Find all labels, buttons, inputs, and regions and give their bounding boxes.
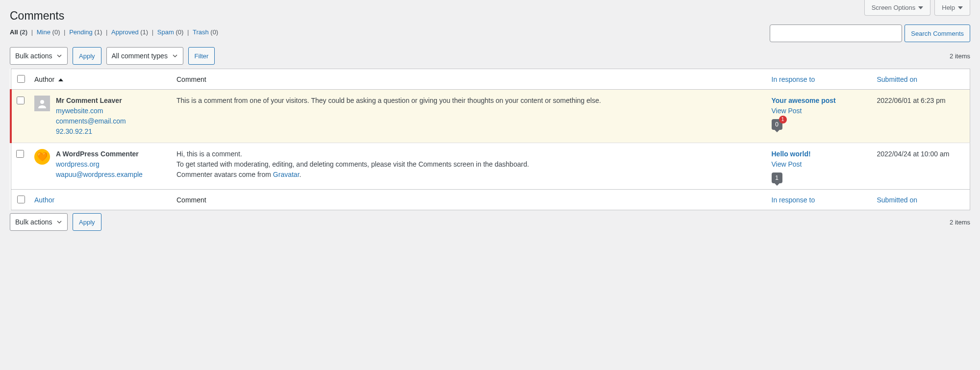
search-input[interactable] bbox=[770, 25, 902, 42]
filter-spam[interactable]: Spam (0) bbox=[157, 28, 183, 36]
comment-row: Mr Comment Leaver mywebsite.com comments… bbox=[11, 90, 970, 143]
response-post-link[interactable]: Hello world! bbox=[772, 149, 867, 159]
row-checkbox[interactable] bbox=[17, 97, 25, 104]
avatar-default-icon bbox=[34, 96, 50, 111]
filter-all[interactable]: All (2) bbox=[10, 28, 27, 36]
comment-row: 🧡 A WordPress Commenter wordpress.org wa… bbox=[11, 143, 970, 190]
comment-body: Hi, this is a comment. To get started wi… bbox=[172, 143, 767, 190]
select-all-checkbox[interactable] bbox=[17, 75, 25, 83]
author-url[interactable]: mywebsite.com bbox=[56, 106, 126, 116]
svg-point-0 bbox=[40, 100, 44, 104]
select-all-checkbox-bottom[interactable] bbox=[17, 196, 25, 203]
bulk-apply-button[interactable]: Apply bbox=[73, 47, 101, 65]
filter-mine[interactable]: Mine (0) bbox=[37, 28, 60, 36]
view-post-link[interactable]: View Post bbox=[772, 159, 867, 170]
submitted-date: 2022/04/24 at 10:00 am bbox=[872, 143, 970, 190]
row-checkbox[interactable] bbox=[16, 150, 24, 158]
column-date-footer[interactable]: Submitted on bbox=[872, 190, 970, 210]
sort-asc-icon bbox=[58, 78, 63, 81]
help-button[interactable]: Help bbox=[934, 0, 970, 16]
page-title: Comments bbox=[10, 5, 970, 25]
author-url[interactable]: wordpress.org bbox=[56, 159, 143, 170]
author-name: Mr Comment Leaver bbox=[56, 96, 126, 106]
bulk-actions-select[interactable]: Bulk actions bbox=[10, 47, 68, 65]
column-comment: Comment bbox=[172, 69, 767, 90]
caret-down-icon bbox=[918, 6, 923, 9]
filter-trash[interactable]: Trash (0) bbox=[193, 28, 218, 36]
author-ip[interactable]: 92.30.92.21 bbox=[56, 126, 126, 137]
column-author-footer[interactable]: Author bbox=[29, 190, 172, 210]
bulk-actions-select-bottom[interactable]: Bulk actions bbox=[10, 213, 68, 231]
filter-pending[interactable]: Pending (1) bbox=[69, 28, 102, 36]
submitted-date: 2022/06/01 at 6:23 pm bbox=[872, 90, 970, 143]
status-filter-tabs: All (2) | Mine (0) | Pending (1) | Appro… bbox=[10, 28, 218, 36]
column-date[interactable]: Submitted on bbox=[872, 69, 970, 90]
screen-options-label: Screen Options bbox=[872, 4, 916, 11]
comment-types-select[interactable]: All comment types bbox=[106, 47, 183, 65]
bulk-apply-button-bottom[interactable]: Apply bbox=[73, 213, 101, 231]
gravatar-link[interactable]: Gravatar bbox=[273, 171, 300, 178]
caret-down-icon bbox=[958, 6, 963, 9]
column-comment-footer: Comment bbox=[172, 190, 767, 210]
screen-options-button[interactable]: Screen Options bbox=[864, 0, 931, 16]
comment-count-bubble[interactable]: 0 1 bbox=[772, 119, 782, 130]
comment-count-bubble[interactable]: 1 bbox=[772, 173, 782, 183]
author-email[interactable]: wapuu@wordpress.example bbox=[56, 170, 143, 180]
avatar-wapuu-icon: 🧡 bbox=[34, 149, 50, 165]
filter-approved[interactable]: Approved (1) bbox=[111, 28, 148, 36]
search-button[interactable]: Search Comments bbox=[905, 25, 970, 42]
help-label: Help bbox=[942, 4, 955, 11]
pending-badge: 1 bbox=[779, 116, 787, 123]
column-response-footer[interactable]: In response to bbox=[767, 190, 872, 210]
items-count: 2 items bbox=[950, 52, 970, 60]
column-response[interactable]: In response to bbox=[767, 69, 872, 90]
response-post-link[interactable]: Your awesome post bbox=[772, 96, 867, 106]
view-post-link[interactable]: View Post bbox=[772, 106, 867, 116]
items-count-bottom: 2 items bbox=[950, 219, 970, 226]
comment-body: This is a comment from one of your visit… bbox=[172, 90, 767, 143]
author-email[interactable]: comments@email.com bbox=[56, 116, 126, 126]
author-name: A WordPress Commenter bbox=[56, 149, 143, 159]
column-author[interactable]: Author bbox=[29, 69, 172, 90]
filter-button[interactable]: Filter bbox=[188, 47, 215, 65]
